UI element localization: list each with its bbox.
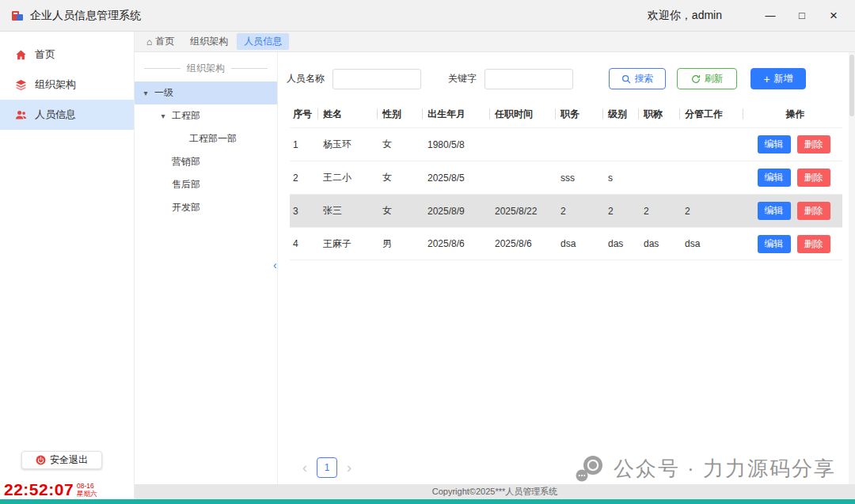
maximize-button[interactable]: □ — [792, 9, 812, 21]
tree-node-engineering-sub-1[interactable]: 工程部一部 — [135, 127, 277, 150]
tab-home[interactable]: ⌂首页 — [139, 33, 181, 50]
tree-node-engineering[interactable]: ▾工程部 — [135, 104, 277, 127]
edit-button[interactable]: 编辑 — [758, 135, 791, 153]
home-icon — [14, 49, 27, 61]
table-cell: 2025/8/5 — [424, 172, 492, 184]
scrollbar-thumb[interactable] — [849, 55, 854, 116]
welcome-text: 欢迎你，admin — [648, 9, 722, 23]
app-title: 企业人员信息管理系统 — [30, 9, 141, 23]
table-cell: 2025/8/22 — [492, 206, 557, 217]
delete-button[interactable]: 删除 — [797, 235, 830, 253]
keyword-input[interactable] — [484, 69, 573, 89]
main-panel: 人员名称 关键字 搜索 — [279, 52, 855, 484]
edit-button[interactable]: 编辑 — [758, 235, 791, 253]
column-header-9: 操作 — [745, 108, 842, 121]
tree-node-label: 开发部 — [172, 201, 200, 214]
name-label: 人员名称 — [287, 72, 325, 85]
tab-personnel[interactable]: 人员信息 — [237, 33, 289, 50]
search-button[interactable]: 搜索 — [609, 68, 666, 89]
table-cell: 2025/8/9 — [424, 206, 492, 217]
sidebar-menu: 首页组织架构人员信息 — [0, 32, 134, 130]
pagination: ‹ 1 › — [302, 457, 352, 478]
table-header: 序号姓名性别出生年月任职时间职务级别职称分管工作操作 — [290, 100, 842, 127]
table-row-1[interactable]: 1杨玉环女1980/5/8编辑删除 — [290, 127, 842, 161]
org-tree: ▾一级▾工程部工程部一部营销部售后部开发部 — [135, 81, 277, 219]
refresh-icon — [691, 74, 701, 84]
sidebar-item-label: 首页 — [35, 47, 55, 62]
table-cell: 杨玉环 — [320, 138, 379, 151]
vertical-scrollbar[interactable] — [849, 52, 855, 484]
sidebar: 首页组织架构人员信息 安全退出 22:52:07 08-16 星期六 — [0, 32, 135, 499]
tree-node-development[interactable]: 开发部 — [135, 196, 277, 219]
table-cell: 3 — [290, 206, 320, 217]
page-number[interactable]: 1 — [317, 457, 337, 478]
tab-label: 人员信息 — [244, 35, 282, 48]
copyright-text: Copyright©2025***人员管理系统 — [432, 486, 558, 498]
refresh-button-label: 刷新 — [705, 72, 724, 85]
search-button-label: 搜索 — [635, 72, 654, 85]
power-icon — [36, 455, 46, 465]
caret-down-icon[interactable]: ▾ — [141, 89, 150, 97]
table-cell: 女 — [379, 171, 424, 184]
sidebar-item-home[interactable]: 首页 — [0, 40, 134, 70]
table-cell: dsa — [682, 238, 745, 249]
table-cell: 2 — [640, 206, 682, 217]
delete-button[interactable]: 删除 — [797, 202, 830, 220]
clock-weekday: 星期六 — [77, 490, 97, 498]
tree-node-level-1[interactable]: ▾一级 — [135, 81, 277, 104]
close-button[interactable]: × — [823, 9, 844, 22]
tree-node-marketing[interactable]: 营销部 — [135, 150, 277, 173]
table-row-2[interactable]: 2王二小女2025/8/5ssss编辑删除 — [290, 161, 842, 194]
name-input[interactable] — [332, 69, 421, 89]
tab-label: 首页 — [155, 35, 174, 48]
search-icon — [621, 74, 631, 84]
table-cell: 张三 — [320, 204, 379, 218]
add-button[interactable]: + 新增 — [750, 68, 806, 89]
table-cell: s — [605, 172, 640, 184]
column-header-2: 性别 — [379, 108, 424, 121]
table-cell: 王二小 — [320, 171, 379, 184]
table-cell: 王麻子 — [320, 237, 379, 251]
toolbar: 人员名称 关键字 搜索 — [279, 52, 855, 89]
tab-org[interactable]: 组织架构 — [183, 33, 235, 50]
logout-label: 安全退出 — [50, 453, 88, 467]
column-header-6: 级别 — [605, 108, 640, 121]
edit-button[interactable]: 编辑 — [758, 202, 791, 220]
column-header-5: 职务 — [557, 108, 605, 121]
sidebar-item-personnel[interactable]: 人员信息 — [0, 100, 134, 130]
row-actions: 编辑删除 — [745, 135, 842, 153]
table-row-3[interactable]: 3张三女2025/8/92025/8/222222编辑删除 — [290, 194, 842, 227]
delete-button[interactable]: 删除 — [797, 169, 830, 187]
footer: Copyright©2025***人员管理系统 — [135, 484, 855, 499]
column-header-7: 职称 — [640, 108, 682, 121]
table-cell: 4 — [290, 238, 320, 249]
caret-down-icon[interactable]: ▾ — [158, 112, 168, 120]
sidebar-item-label: 人员信息 — [35, 108, 76, 122]
clock-date: 08-16 — [77, 482, 97, 490]
collapse-panel-icon[interactable]: ‹ — [273, 260, 277, 271]
table-cell: 2 — [290, 172, 320, 184]
tree-title-text: 组织架构 — [187, 62, 225, 75]
table-cell: das — [605, 238, 640, 249]
column-header-1: 姓名 — [320, 108, 379, 121]
table-cell: 1 — [290, 139, 320, 150]
plus-icon: + — [763, 74, 770, 85]
edit-button[interactable]: 编辑 — [758, 169, 791, 187]
table-cell: 2025/8/6 — [424, 238, 492, 249]
next-page-icon[interactable]: › — [347, 460, 352, 475]
tree-node-label: 工程部 — [172, 109, 200, 123]
table-cell: 男 — [379, 237, 424, 251]
watermark-text: 公众号 · 力力源码分享 — [614, 455, 836, 483]
delete-button[interactable]: 删除 — [797, 135, 830, 153]
table-row-4[interactable]: 4王麻子男2025/8/62025/8/6dsadasdasdsa编辑删除 — [290, 227, 842, 260]
titlebar-right: 欢迎你，admin — □ × — [648, 9, 844, 23]
tree-node-after-sales[interactable]: 售后部 — [135, 173, 277, 196]
titlebar: 企业人员信息管理系统 欢迎你，admin — □ × — [0, 0, 855, 32]
watermark: 公众号 · 力力源码分享 — [574, 454, 836, 483]
prev-page-icon[interactable]: ‹ — [302, 460, 307, 475]
logout-button[interactable]: 安全退出 — [21, 451, 102, 469]
minimize-button[interactable]: — — [760, 9, 781, 21]
table-cell: das — [640, 238, 682, 249]
refresh-button[interactable]: 刷新 — [677, 68, 737, 89]
sidebar-item-org[interactable]: 组织架构 — [0, 70, 134, 100]
